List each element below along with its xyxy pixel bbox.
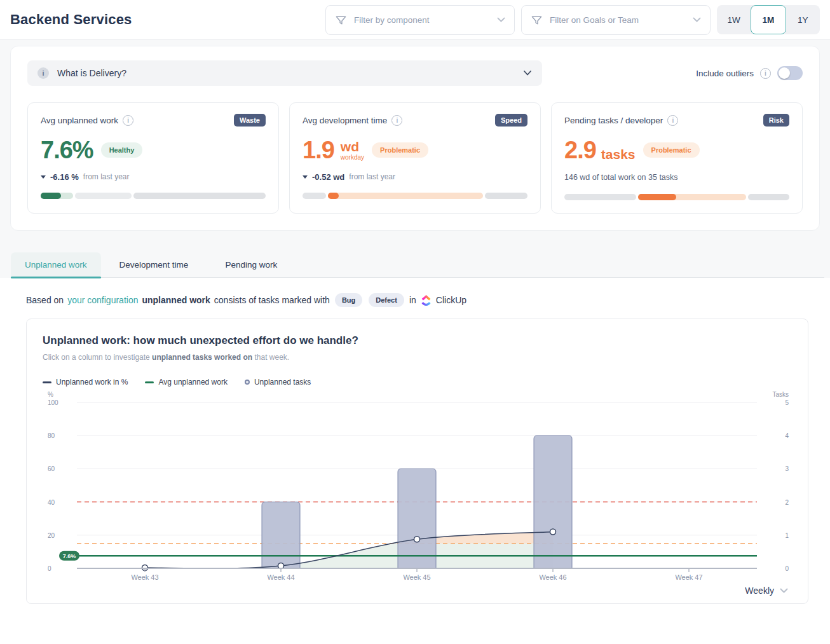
card-title: Pending tasks / developer	[564, 116, 663, 125]
what-is-delivery-expander[interactable]: i What is Delivery?	[27, 60, 542, 86]
config-prefix: Based on	[26, 295, 64, 305]
bar-week-46[interactable]	[534, 435, 572, 568]
config-bold: unplanned work	[142, 295, 210, 305]
trend-down-icon	[41, 175, 46, 179]
x-tick-label: Week 46	[539, 573, 566, 581]
status-badge: Problematic	[643, 142, 700, 158]
filter-goals-team-select[interactable]: Filter on Goals or Team	[521, 5, 711, 35]
delta-value: -6.16 %	[50, 172, 79, 182]
unplanned-work-chart[interactable]: 7.6%Week 43Week 44Week 45Week 46Week 47%…	[43, 389, 793, 584]
right-axis-tick: 3	[785, 465, 789, 472]
left-axis-tick: 60	[48, 465, 55, 472]
chevron-down-icon	[497, 17, 505, 23]
card-title: Avg unplanned work	[41, 116, 118, 125]
chart-subtitle: Click on a column to investigate unplann…	[43, 353, 792, 362]
what-is-delivery-label: What is Delivery?	[57, 68, 126, 78]
metric-value: 7.6%	[41, 138, 93, 162]
risk-badge: Risk	[763, 114, 789, 127]
filter-placeholder: Filter on Goals or Team	[550, 15, 639, 25]
bar-week-44[interactable]	[262, 502, 300, 568]
header-controls: Filter by component Filter on Goals or T…	[325, 5, 820, 35]
clickup-name: ClickUp	[436, 295, 466, 305]
section-tabs: Unplanned work Development time Pending …	[11, 252, 824, 278]
delta-caption: from last year	[349, 172, 395, 181]
health-gauge	[564, 194, 789, 200]
left-axis-tick: 20	[48, 532, 55, 539]
frequency-value: Weekly	[745, 586, 774, 596]
legend-unplanned-tasks: Unplanned tasks	[245, 378, 311, 387]
x-tick-label: Week 44	[267, 573, 294, 581]
trend-down-icon	[303, 175, 308, 179]
x-tick-label: Week 43	[131, 573, 158, 581]
average-label: 7.6%	[63, 553, 76, 559]
x-tick-label: Week 45	[403, 573, 430, 581]
clickup-logo-icon	[421, 295, 432, 306]
filter-placeholder: Filter by component	[354, 15, 430, 25]
x-tick-label: Week 47	[675, 573, 702, 581]
range-1y-button[interactable]: 1Y	[786, 5, 820, 34]
info-icon[interactable]: i	[123, 115, 133, 126]
right-axis-tick: 1	[785, 532, 789, 539]
info-icon[interactable]: i	[667, 115, 678, 126]
left-axis-tick: 80	[48, 432, 55, 439]
gauge-zone	[75, 193, 132, 199]
line-marker-icon	[145, 381, 154, 383]
gauge-fill	[638, 194, 676, 200]
frequency-dropdown[interactable]: Weekly	[43, 586, 792, 596]
gauge-zone	[328, 193, 483, 199]
include-outliers-label: Include outliers	[696, 69, 754, 78]
info-icon[interactable]: i	[760, 68, 771, 79]
config-middle: consists of tasks marked with	[214, 295, 330, 305]
left-axis-tick: 40	[48, 499, 55, 506]
include-outliers-control: Include outliers i	[696, 66, 803, 80]
chevron-down-icon	[693, 17, 701, 23]
left-axis-tick: 0	[48, 565, 51, 572]
chevron-down-icon	[780, 588, 788, 594]
toggle-knob	[779, 67, 790, 79]
circle-marker-icon	[245, 380, 250, 385]
card-title: Avg development time	[303, 116, 387, 125]
legend-unplanned-work-pct: Unplanned work in %	[43, 378, 128, 387]
left-axis-title: %	[48, 391, 53, 398]
include-outliers-toggle[interactable]	[777, 66, 803, 80]
data-point[interactable]	[414, 537, 420, 542]
legend-avg-unplanned-work: Avg unplanned work	[145, 378, 228, 387]
health-gauge	[303, 193, 527, 199]
right-axis-tick: 5	[785, 399, 789, 406]
funnel-icon	[335, 14, 347, 26]
range-1m-button[interactable]: 1M	[751, 5, 786, 34]
health-gauge	[41, 193, 266, 199]
waste-badge: Waste	[234, 114, 266, 127]
gauge-zone	[41, 193, 73, 199]
gauge-zone	[485, 193, 527, 199]
data-point[interactable]	[550, 529, 556, 535]
metric-unit: wd workday	[341, 140, 364, 161]
delta-caption: from last year	[83, 172, 130, 181]
unplanned-work-section: Based on your configuration unplanned wo…	[0, 278, 830, 644]
bar-week-45[interactable]	[398, 469, 436, 568]
right-axis-title: Tasks	[772, 391, 789, 398]
gauge-zone	[564, 194, 636, 200]
metric-cards: Avg unplanned work i Waste 7.6% Healthy …	[27, 102, 803, 214]
range-1w-button[interactable]: 1W	[717, 5, 751, 34]
page-title: Backend Services	[10, 11, 132, 28]
filter-by-component-select[interactable]: Filter by component	[325, 5, 515, 35]
defect-tag: Defect	[369, 293, 404, 307]
info-icon[interactable]: i	[391, 115, 402, 126]
metric-value: 1.9	[303, 138, 334, 162]
right-axis-tick: 4	[785, 432, 789, 439]
tab-development-time[interactable]: Development time	[101, 252, 207, 277]
metric-value: 2.9	[564, 138, 596, 162]
metric-unit: tasks	[601, 147, 636, 162]
your-configuration-link[interactable]: your configuration	[67, 295, 138, 305]
status-badge: Healthy	[101, 142, 143, 158]
gauge-fill	[328, 193, 339, 199]
speed-badge: Speed	[495, 114, 527, 127]
tab-unplanned-work[interactable]: Unplanned work	[11, 252, 101, 277]
tab-pending-work[interactable]: Pending work	[207, 252, 296, 277]
metric-subtext: 146 wd of total work on 35 tasks	[564, 173, 789, 183]
info-icon: i	[37, 67, 49, 79]
chart-legend: Unplanned work in % Avg unplanned work U…	[43, 378, 792, 387]
config-in: in	[409, 295, 416, 305]
chevron-down-icon	[523, 70, 532, 76]
